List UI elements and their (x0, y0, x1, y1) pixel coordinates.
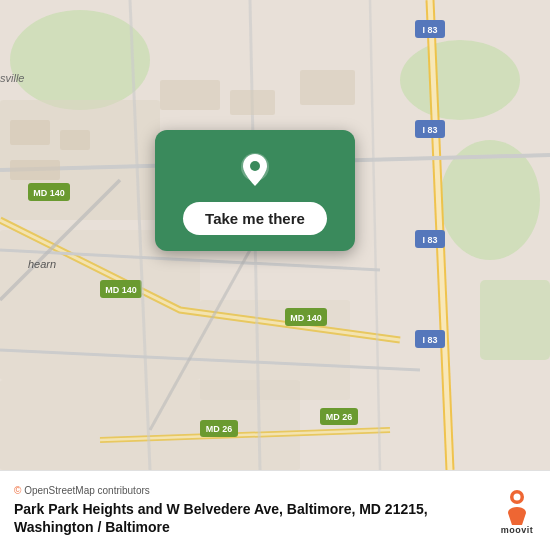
svg-text:I 83: I 83 (422, 125, 437, 135)
svg-text:MD 140: MD 140 (290, 313, 322, 323)
svg-text:sville: sville (0, 72, 24, 84)
svg-rect-27 (10, 120, 50, 145)
map-pin-icon (233, 148, 277, 192)
moovit-logo: moovit (498, 487, 536, 535)
svg-rect-30 (160, 80, 220, 110)
svg-rect-32 (300, 70, 355, 105)
svg-point-1 (10, 10, 150, 110)
footer: © OpenStreetMap contributors Park Park H… (0, 470, 550, 550)
svg-text:I 83: I 83 (422, 25, 437, 35)
osm-credit: © OpenStreetMap contributors (14, 485, 488, 496)
svg-text:I 83: I 83 (422, 335, 437, 345)
svg-point-36 (250, 161, 260, 171)
moovit-label: moovit (501, 525, 534, 535)
moovit-icon (498, 487, 536, 525)
map-view: I 83 I 83 I 83 I 83 MD 140 MD 140 MD 140… (0, 0, 550, 470)
svg-text:MD 26: MD 26 (326, 412, 353, 422)
take-me-card: Take me there (155, 130, 355, 251)
take-me-button[interactable]: Take me there (183, 202, 327, 235)
svg-rect-31 (230, 90, 275, 115)
location-name: Park Park Heights and W Belvedere Ave, B… (14, 500, 488, 536)
svg-rect-28 (60, 130, 90, 150)
svg-point-38 (514, 493, 521, 500)
svg-text:MD 26: MD 26 (206, 424, 233, 434)
svg-rect-29 (10, 160, 60, 180)
svg-text:hearn: hearn (28, 258, 56, 270)
svg-text:MD 140: MD 140 (33, 188, 65, 198)
svg-point-2 (400, 40, 520, 120)
svg-text:I 83: I 83 (422, 235, 437, 245)
svg-rect-4 (480, 280, 550, 360)
svg-text:MD 140: MD 140 (105, 285, 137, 295)
footer-text: © OpenStreetMap contributors Park Park H… (14, 485, 488, 536)
